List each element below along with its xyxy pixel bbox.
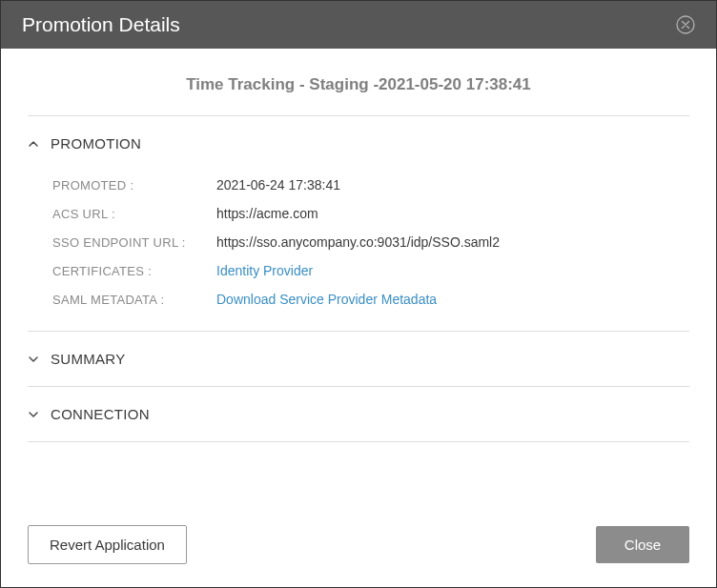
promotion-subtitle: Time Tracking - Staging -2021-05-20 17:3… [28, 49, 689, 115]
saml-metadata-link[interactable]: Download Service Provider Metadata [216, 292, 437, 307]
field-certificates: CERTIFICATES : Identity Provider [52, 256, 689, 285]
field-value: https://acme.com [216, 206, 318, 221]
section-connection-header[interactable]: CONNECTION [28, 387, 689, 441]
section-summary-title: SUMMARY [51, 351, 126, 367]
field-label: CERTIFICATES : [52, 264, 216, 278]
field-label: SAML METADATA : [52, 293, 216, 307]
chevron-down-icon [28, 409, 39, 420]
chevron-down-icon [28, 354, 39, 365]
field-label: ACS URL : [52, 207, 216, 221]
section-promotion-content: PROMOTED : 2021-06-24 17:38:41 ACS URL :… [28, 171, 689, 331]
section-promotion-header[interactable]: PROMOTION [28, 116, 689, 171]
close-button[interactable]: Close [596, 526, 689, 563]
field-value: https://sso.anycompany.co:9031/idp/SSO.s… [216, 234, 500, 250]
chevron-up-icon [28, 138, 39, 150]
section-connection-title: CONNECTION [51, 406, 150, 422]
section-summary: SUMMARY [28, 331, 689, 387]
certificates-link[interactable]: Identity Provider [216, 263, 313, 278]
field-label: PROMOTED : [52, 178, 216, 193]
field-sso-endpoint: SSO ENDPOINT URL : https://sso.anycompan… [52, 228, 689, 256]
modal-footer: Revert Application Close [1, 506, 716, 587]
field-value: 2021-06-24 17:38:41 [216, 177, 340, 193]
section-promotion-title: PROMOTION [51, 135, 141, 152]
field-label: SSO ENDPOINT URL : [52, 235, 216, 250]
section-connection: CONNECTION [28, 386, 689, 442]
modal-body: Time Tracking - Staging -2021-05-20 17:3… [1, 49, 716, 506]
close-icon[interactable] [676, 15, 695, 34]
modal-header: Promotion Details [1, 1, 716, 49]
modal-title: Promotion Details [22, 13, 180, 36]
promotion-details-modal: Promotion Details Time Tracking - Stagin… [1, 1, 716, 587]
section-promotion: PROMOTION PROMOTED : 2021-06-24 17:38:41… [28, 115, 689, 332]
section-summary-header[interactable]: SUMMARY [28, 332, 689, 386]
field-acs-url: ACS URL : https://acme.com [52, 199, 689, 228]
field-saml-metadata: SAML METADATA : Download Service Provide… [52, 285, 689, 314]
field-promoted: PROMOTED : 2021-06-24 17:38:41 [52, 171, 689, 199]
revert-application-button[interactable]: Revert Application [28, 525, 187, 564]
